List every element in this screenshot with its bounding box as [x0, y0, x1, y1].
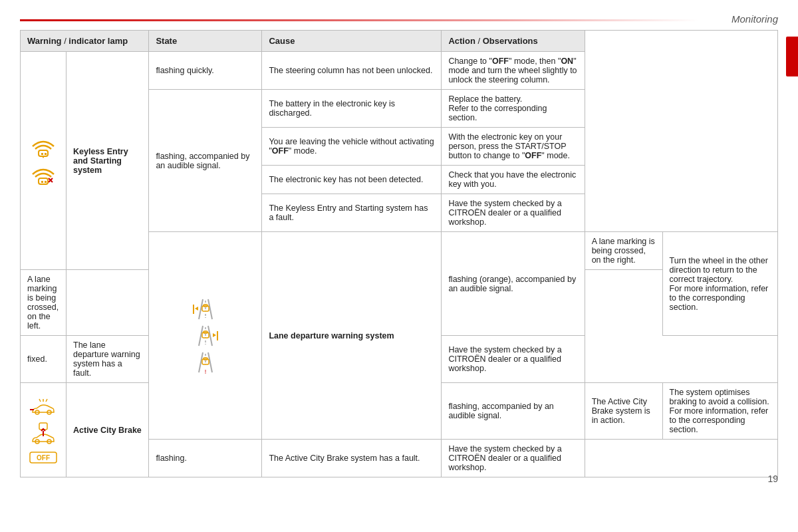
active-city-icon-1	[27, 395, 59, 420]
keyless-action-2b: With the electronic key on your person, …	[442, 128, 585, 166]
lane-action-1: Turn the wheel in the other direction to…	[662, 232, 777, 336]
keyless-action-2c: Check that you have the electronic key w…	[442, 166, 585, 194]
col-header-action-bold: Action	[448, 36, 475, 46]
page-container: Monitoring Warning / indicator lamp Stat…	[0, 0, 798, 491]
keyless-action-2d: Have the system checked by a CITROËN dea…	[442, 194, 585, 232]
keyless-system-name: Keyless Entry and Starting system	[73, 147, 128, 175]
keyless-action-1: Change to "OFF" mode, then "ON" mode and…	[442, 52, 585, 90]
svg-text:OFF: OFF	[37, 454, 50, 462]
lane-icon-cell: !	[149, 232, 262, 440]
header: Monitoring	[20, 13, 778, 25]
page-number: 19	[767, 473, 778, 484]
active-city-state-2: flashing.	[149, 440, 262, 477]
lane-cause-1a: A lane marking is being crossed, on the …	[585, 232, 662, 270]
lane-icon-1	[190, 297, 221, 322]
keyless-icon-2	[27, 162, 59, 188]
lane-icon-3: !	[190, 350, 221, 375]
col-header-cause: Cause	[262, 31, 442, 52]
keyless-cause-2c: The electronic key has not been detected…	[262, 166, 442, 194]
keyless-state-1: flashing quickly.	[149, 52, 262, 90]
keyless-state-2: flashing, accompanied by an audible sign…	[149, 90, 262, 232]
svg-rect-2	[45, 153, 47, 155]
col-header-warning-bold: Warning	[27, 36, 62, 46]
svg-rect-4	[41, 181, 43, 183]
keyless-cause-2d: The Keyless Entry and Starting system ha…	[262, 194, 442, 232]
lane-state-1: flashing (orange), accompanied by an aud…	[442, 232, 585, 336]
keyless-action-2a: Replace the battery.Refer to the corresp…	[442, 90, 585, 128]
svg-rect-5	[45, 181, 47, 183]
col-header-observations-bold: Observations	[483, 36, 538, 46]
keyless-name-cell: Keyless Entry and Starting system	[66, 52, 149, 270]
active-city-cause-2: The Active City Brake system has a fault…	[262, 440, 442, 477]
keyless-cause-2a: The battery in the electronic key is dis…	[262, 90, 442, 128]
active-city-system-name: Active City Brake	[73, 426, 142, 435]
lane-icon-2	[190, 323, 221, 348]
lane-action-2: Have the system checked by a CITROËN dea…	[442, 336, 585, 383]
lane-state-2: fixed.	[21, 336, 66, 383]
header-line	[20, 19, 698, 21]
table-header-row: Warning / indicator lamp State Cause Act…	[21, 31, 778, 52]
lane-cause-2: The lane departure warning system has a …	[66, 336, 149, 383]
keyless-icon-cell	[21, 52, 66, 270]
active-city-off-icon: OFF	[27, 450, 59, 466]
active-city-action-1: The system optimises braking to avoid a …	[662, 383, 777, 440]
red-tab	[786, 37, 798, 76]
lane-name-cell: Lane departure warning system	[262, 232, 442, 440]
col-header-action: Action / Observations	[442, 31, 585, 52]
svg-text:!: !	[205, 368, 207, 375]
keyless-cause-1: The steering column has not been unlocke…	[262, 52, 442, 90]
active-city-action-2: Have the system checked by a CITROËN dea…	[442, 440, 585, 477]
table-row: Keyless Entry and Starting system flashi…	[21, 52, 778, 90]
lane-system-name: Lane departure warning system	[269, 331, 394, 340]
keyless-cause-2b: You are leaving the vehicle without acti…	[262, 128, 442, 166]
col-header-indicator: indicator lamp	[68, 36, 128, 46]
main-table: Warning / indicator lamp State Cause Act…	[20, 30, 778, 477]
active-city-icon-2	[27, 422, 59, 448]
header-title: Monitoring	[732, 13, 778, 25]
svg-rect-1	[41, 153, 43, 155]
col-header-state: State	[149, 31, 262, 52]
active-city-state-1: flashing, accompanied by an audible sign…	[442, 383, 585, 440]
active-city-name-cell: Active City Brake	[66, 383, 149, 477]
lane-cause-1b: A lane marking is being crossed, on the …	[21, 270, 66, 336]
col-header-warning: Warning / indicator lamp	[21, 31, 149, 52]
keyless-icon-1	[27, 134, 59, 160]
active-city-cause-1: The Active City Brake system is in actio…	[585, 383, 662, 440]
active-city-icon-cell: OFF	[21, 383, 66, 477]
